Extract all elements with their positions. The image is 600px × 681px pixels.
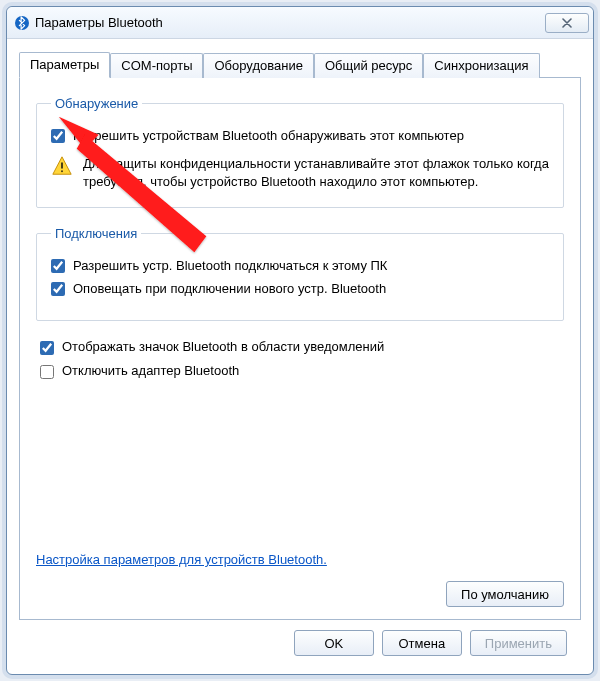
apply-button[interactable]: Применить <box>470 630 567 656</box>
allow-discovery-label: Разрешить устройствам Bluetooth обнаружи… <box>73 127 549 145</box>
show-tray-checkbox[interactable] <box>40 341 54 355</box>
tab-sharing[interactable]: Общий ресурс <box>314 53 423 78</box>
allow-connect-row: Разрешить устр. Bluetooth подключаться к… <box>51 257 549 275</box>
close-icon <box>561 18 573 28</box>
dialog-button-row: OK Отмена Применить <box>19 620 581 668</box>
notify-connect-row: Оповещать при подключении нового устр. B… <box>51 280 549 298</box>
discovery-legend: Обнаружение <box>51 96 142 111</box>
titlebar: Параметры Bluetooth <box>7 7 593 39</box>
disable-adapter-checkbox[interactable] <box>40 365 54 379</box>
window-title: Параметры Bluetooth <box>35 15 545 30</box>
show-tray-label: Отображать значок Bluetooth в области ув… <box>62 339 384 354</box>
tab-panel-parameters: Обнаружение Разрешить устройствам Blueto… <box>19 77 581 620</box>
allow-discovery-row: Разрешить устройствам Bluetooth обнаружи… <box>51 127 549 145</box>
close-button[interactable] <box>545 13 589 33</box>
tabstrip: Параметры COM-порты Оборудование Общий р… <box>19 49 581 77</box>
configure-link[interactable]: Настройка параметров для устройств Bluet… <box>36 552 327 567</box>
ok-button[interactable]: OK <box>294 630 374 656</box>
defaults-button[interactable]: По умолчанию <box>446 581 564 607</box>
show-tray-row: Отображать значок Bluetooth в области ув… <box>36 339 564 355</box>
allow-connect-label: Разрешить устр. Bluetooth подключаться к… <box>73 257 549 275</box>
warning-icon <box>51 155 73 177</box>
bluetooth-icon <box>15 16 29 30</box>
window-content: Параметры COM-порты Оборудование Общий р… <box>7 39 593 674</box>
svg-rect-1 <box>61 162 63 168</box>
disable-adapter-row: Отключить адаптер Bluetooth <box>36 363 564 379</box>
tab-sync[interactable]: Синхронизация <box>423 53 539 78</box>
discovery-group: Обнаружение Разрешить устройствам Blueto… <box>36 96 564 208</box>
cancel-button[interactable]: Отмена <box>382 630 462 656</box>
configure-link-row: Настройка параметров для устройств Bluet… <box>34 528 566 567</box>
tab-com-ports[interactable]: COM-порты <box>110 53 203 78</box>
allow-connect-checkbox[interactable] <box>51 259 65 273</box>
notify-connect-label: Оповещать при подключении нового устр. B… <box>73 280 549 298</box>
bluetooth-settings-window: Параметры Bluetooth Параметры COM-порты … <box>6 6 594 675</box>
discovery-warning: Для защиты конфиденциальности устанавлив… <box>51 155 549 191</box>
connections-legend: Подключения <box>51 226 141 241</box>
tab-parameters[interactable]: Параметры <box>19 52 110 78</box>
disable-adapter-label: Отключить адаптер Bluetooth <box>62 363 239 378</box>
notify-connect-checkbox[interactable] <box>51 282 65 296</box>
discovery-warning-text: Для защиты конфиденциальности устанавлив… <box>83 155 549 191</box>
connections-group: Подключения Разрешить устр. Bluetooth по… <box>36 226 564 321</box>
allow-discovery-checkbox[interactable] <box>51 129 65 143</box>
tab-hardware[interactable]: Оборудование <box>203 53 313 78</box>
svg-rect-2 <box>61 170 63 172</box>
panel-button-row: По умолчанию <box>34 567 566 607</box>
